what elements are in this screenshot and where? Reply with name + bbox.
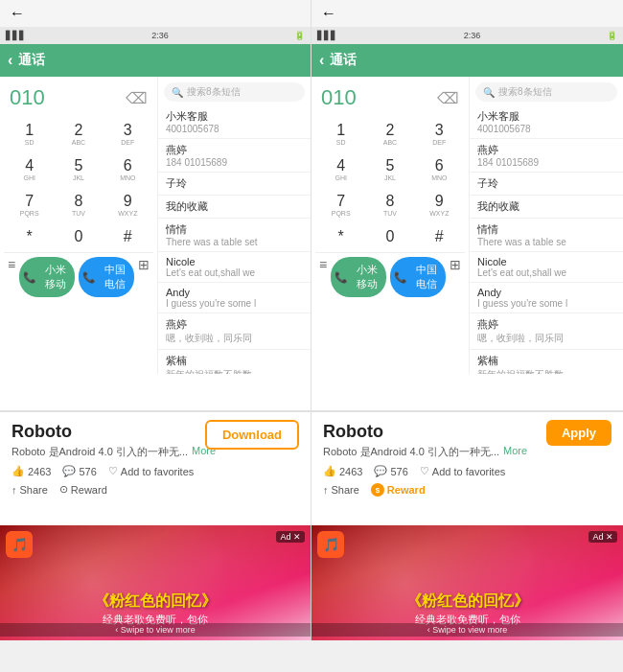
right-call-btn-mobile[interactable]: 📞 小米移动 xyxy=(331,257,386,297)
right-contacts: 🔍 搜索8条短信 小米客服 4001005678 燕婷 184 01015689… xyxy=(470,77,623,374)
right-apply-button[interactable]: Apply xyxy=(546,420,611,446)
right-search-bar[interactable]: 🔍 搜索8条短信 xyxy=(475,82,617,102)
right-dial-number: 010 xyxy=(321,85,357,110)
dial-key-6[interactable]: 6MNO xyxy=(104,152,151,186)
left-header-back[interactable]: ‹ xyxy=(8,52,12,69)
rdial-key-5[interactable]: 5JKL xyxy=(366,152,413,186)
left-backspace[interactable]: ⌫ xyxy=(126,89,148,107)
right-contact-7[interactable]: 燕婷 嗯，收到啦，同乐同 xyxy=(470,313,623,350)
left-nav[interactable]: ← xyxy=(0,0,312,27)
left-grid-icon[interactable]: ⊞ xyxy=(138,257,150,297)
rdial-key-7[interactable]: 7PQRS xyxy=(317,188,364,221)
right-contact-5[interactable]: Nicole Let's eat out,shall we xyxy=(470,252,623,283)
right-time: 2:36 xyxy=(464,31,481,40)
left-search-bar[interactable]: 🔍 搜索8条短信 xyxy=(164,82,305,102)
left-call-btn-telecom[interactable]: 📞 中国电信 xyxy=(79,257,134,297)
left-contact-1[interactable]: 燕婷 184 01015689 xyxy=(158,139,311,173)
left-contact-2[interactable]: 子玲 xyxy=(158,173,311,196)
left-banner-ad-badge[interactable]: Ad ✕ xyxy=(276,531,305,543)
right-contact-name-8: 紫楠 xyxy=(477,354,615,368)
rdial-key-8[interactable]: 8TUV xyxy=(366,188,413,221)
rdial-key-hash[interactable]: # xyxy=(416,223,463,250)
rdial-key-star[interactable]: * xyxy=(317,223,364,250)
dial-key-5[interactable]: 5JKL xyxy=(55,152,102,186)
right-grid-icon[interactable]: ⊞ xyxy=(450,257,461,297)
right-banner-swipe[interactable]: ‹ Swipe to view more xyxy=(312,623,623,637)
right-contact-2[interactable]: 子玲 xyxy=(470,173,623,196)
dial-key-1[interactable]: 1SD xyxy=(6,117,53,151)
right-contact-msg-5: Let's eat out,shall we xyxy=(477,267,611,278)
right-contact-msg-4: There was a table se xyxy=(477,237,611,247)
left-call-btn-mobile[interactable]: 📞 小米移动 xyxy=(19,257,75,297)
dial-key-9[interactable]: 9WXYZ xyxy=(104,188,151,221)
right-reward-action[interactable]: $ Reward xyxy=(371,483,426,497)
right-app-desc-text: Roboto 是Android 4.0 引入的一种无... xyxy=(323,445,499,459)
back-arrow-left[interactable]: ← xyxy=(10,5,25,22)
left-reward-action[interactable]: ⊙ Reward xyxy=(59,483,107,496)
left-banner-swipe[interactable]: ‹ Swipe to view more xyxy=(0,623,311,637)
left-contact-num-0: 4001005678 xyxy=(166,124,303,134)
right-contact-4[interactable]: 情情 There was a table se xyxy=(470,219,623,252)
left-contact-7[interactable]: 燕婷 嗯，收到啦，同乐同 xyxy=(158,313,311,350)
left-phone-header: ‹ 通话 xyxy=(0,44,311,77)
right-banner[interactable]: 🎵 Ad ✕ 《粉红色的回忆》 经典老歌免费听，包你 ‹ Swipe to vi… xyxy=(312,525,623,640)
right-call-btn-telecom[interactable]: 📞 中国电信 xyxy=(390,257,446,297)
left-contact-5[interactable]: Nicole Let's eat out,shall we xyxy=(158,252,311,283)
right-share-action[interactable]: ↑ Share xyxy=(323,484,359,496)
left-contact-favorites: 我的收藏 xyxy=(166,199,303,214)
right-header-title: 通话 xyxy=(330,52,357,69)
right-more-link[interactable]: More xyxy=(503,445,527,459)
right-dial-grid: 1SD 2ABC 3DEF 4GHI 5JKL 6MNO 7PQRS 8TUV … xyxy=(315,115,465,252)
left-status-bar: ▋▋▋ 2:36 🔋 xyxy=(0,27,311,44)
left-banner[interactable]: 🎵 Ad ✕ 《粉红色的回忆》 经典老歌免费听，包你 ‹ Swipe to vi… xyxy=(0,525,312,640)
heart-icon-right: ♡ xyxy=(420,465,429,477)
rdial-key-9[interactable]: 9WXYZ xyxy=(416,188,463,221)
right-backspace[interactable]: ⌫ xyxy=(437,89,459,107)
rphone-icon-2: 📞 xyxy=(394,271,407,284)
dial-key-3[interactable]: 3DEF xyxy=(104,117,151,151)
rdial-key-2[interactable]: 2ABC xyxy=(366,117,413,151)
dial-key-star[interactable]: * xyxy=(6,223,53,250)
dial-key-2[interactable]: 2ABC xyxy=(55,117,102,151)
right-favorites-label: Add to favorites xyxy=(432,466,505,477)
right-contact-6[interactable]: Andy I guess you're some l xyxy=(470,283,623,313)
right-contact-name-5: Nicole xyxy=(477,256,615,267)
dial-key-8[interactable]: 8TUV xyxy=(55,188,102,221)
right-contact-8[interactable]: 紫楠 新年的祝福数不胜数， xyxy=(470,350,623,374)
rdial-key-4[interactable]: 4GHI xyxy=(317,152,364,186)
left-contacts: 🔍 搜索8条短信 小米客服 4001005678 燕婷 184 01015689… xyxy=(158,77,311,374)
left-contact-0[interactable]: 小米客服 4001005678 xyxy=(158,105,311,139)
right-menu-icon[interactable]: ≡ xyxy=(319,257,327,297)
right-contact-3[interactable]: 我的收藏 xyxy=(470,196,623,219)
rdial-key-0[interactable]: 0 xyxy=(366,223,413,250)
left-app-desc-text: Roboto 是Android 4.0 引入的一种无... xyxy=(12,445,188,459)
dial-key-4[interactable]: 4GHI xyxy=(6,152,53,186)
right-nav[interactable]: ← xyxy=(312,0,623,27)
right-favorites-stat[interactable]: ♡ Add to favorites xyxy=(420,465,505,477)
phone-icon-1: 📞 xyxy=(23,271,36,284)
left-download-button[interactable]: Download xyxy=(205,420,299,450)
right-contact-0[interactable]: 小米客服 4001005678 xyxy=(470,105,623,139)
left-contact-8[interactable]: 紫楠 新年的祝福数不胜数， xyxy=(158,350,311,374)
rdial-key-6[interactable]: 6MNO xyxy=(416,152,463,186)
right-banner-ad-badge[interactable]: Ad ✕ xyxy=(588,531,617,543)
dial-key-hash[interactable]: # xyxy=(104,223,151,250)
left-favorites-stat[interactable]: ♡ Add to favorites xyxy=(108,465,194,477)
dial-key-7[interactable]: 7PQRS xyxy=(6,188,53,221)
rdial-key-3[interactable]: 3DEF xyxy=(416,117,463,151)
right-dial-display: 010 ⌫ xyxy=(315,81,465,115)
right-header-back[interactable]: ‹ xyxy=(319,52,324,69)
left-likes-stat: 👍 2463 xyxy=(12,465,51,477)
left-share-action[interactable]: ↑ Share xyxy=(12,484,48,496)
share-icon-right: ↑ xyxy=(323,484,329,496)
right-contact-name-6: Andy xyxy=(477,287,615,298)
dial-key-0[interactable]: 0 xyxy=(55,223,102,250)
left-contact-4[interactable]: 情情 There was a table set xyxy=(158,219,311,252)
heart-icon-left: ♡ xyxy=(108,465,118,477)
rdial-key-1[interactable]: 1SD xyxy=(317,117,364,151)
left-menu-icon[interactable]: ≡ xyxy=(8,257,15,297)
left-contact-6[interactable]: Andy I guess you're some l xyxy=(158,283,311,313)
back-arrow-right[interactable]: ← xyxy=(321,5,336,22)
right-contact-1[interactable]: 燕婷 184 01015689 xyxy=(470,139,623,173)
left-contact-3[interactable]: 我的收藏 xyxy=(158,196,311,219)
